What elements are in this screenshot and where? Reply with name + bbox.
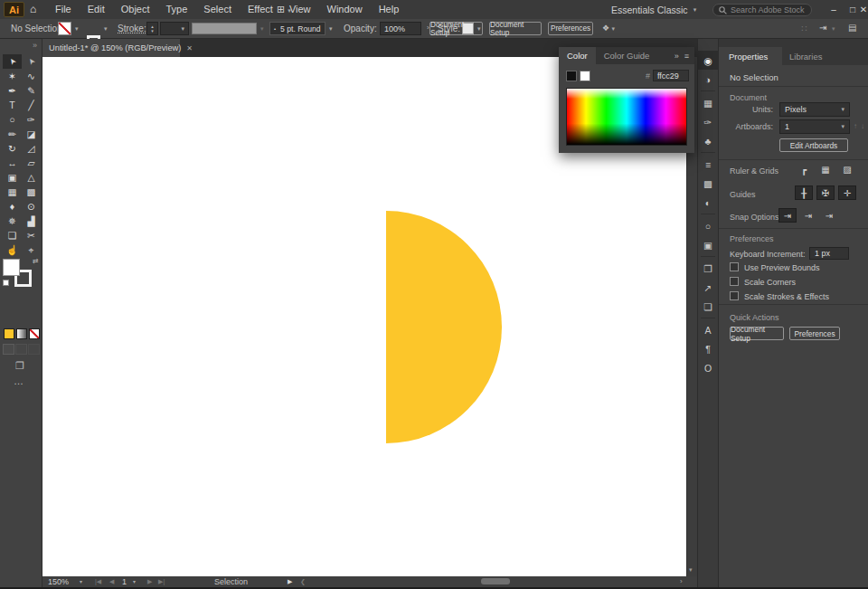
search-adobe-stock-input[interactable]: Search Adobe Stock — [712, 4, 812, 16]
hand-tool[interactable]: ☝ — [3, 242, 22, 257]
paintbrush-tool[interactable]: ✑ — [22, 112, 41, 127]
scale-corners-checkbox[interactable] — [730, 277, 739, 286]
panel-expand-icon[interactable]: » — [675, 52, 679, 61]
draw-inside-button[interactable] — [28, 344, 40, 355]
rotate-tool[interactable]: ↻ — [3, 141, 22, 156]
document-setup-button[interactable]: Document Setup — [489, 22, 542, 35]
artboards-dropdown[interactable]: 1 ▾ — [779, 119, 850, 134]
pen-tool[interactable]: ✒ — [3, 83, 22, 98]
show-grid-icon[interactable]: ▦ — [816, 162, 835, 176]
gradient-tool[interactable]: ▩ — [22, 185, 41, 199]
stroke-panel-icon[interactable]: ≡ — [697, 155, 719, 174]
line-segment-tool[interactable]: ╱ — [22, 98, 41, 112]
gradient-mode-button[interactable] — [16, 328, 27, 339]
symbol-sprayer-tool[interactable]: ✵ — [3, 214, 22, 228]
lasso-tool[interactable]: ∿ — [22, 69, 41, 83]
units-dropdown[interactable]: Pixels ▾ — [779, 102, 850, 117]
stroke-weight-dropdown[interactable]: ▾ — [160, 22, 189, 35]
fill-proxy[interactable] — [3, 259, 20, 276]
semicircle-shape[interactable] — [386, 211, 502, 443]
artboard-tool[interactable]: ❏ — [3, 228, 22, 242]
minimize-button[interactable]: – — [826, 0, 841, 19]
blend-tool[interactable]: ⊙ — [22, 199, 41, 214]
opentype-panel-icon[interactable]: O — [697, 358, 719, 377]
chevron-down-icon[interactable]: ▾ — [832, 25, 835, 33]
swap-fill-stroke-icon[interactable]: ⇄ — [33, 257, 39, 265]
asset-export-panel-icon[interactable]: ❏ — [697, 297, 719, 316]
fill-color-control[interactable] — [58, 22, 71, 35]
tab-color-guide[interactable]: Color Guide — [596, 51, 658, 61]
shaper-tool[interactable]: ✏ — [3, 127, 22, 141]
default-fill-stroke-icon[interactable] — [3, 280, 9, 286]
edit-toolbar-icon[interactable]: … — [14, 375, 24, 386]
shape-builder-tool[interactable]: ▣ — [3, 170, 22, 185]
artboards-panel-icon[interactable]: ↗ — [697, 278, 719, 297]
snap-to-point-icon[interactable]: ⇥ — [799, 208, 817, 223]
transparency-panel-icon[interactable]: ◐ — [697, 193, 719, 212]
snap-to-pixel-icon[interactable]: ⇥ — [820, 208, 838, 223]
zoom-tool[interactable]: ⌖ — [22, 242, 41, 257]
artboard-chevron-icon[interactable]: ▾ — [133, 576, 136, 587]
draw-normal-button[interactable] — [3, 344, 14, 355]
toolbar-expand-icon[interactable]: » — [33, 41, 37, 50]
color-guide-panel-icon[interactable]: ◑ — [697, 70, 719, 89]
character-panel-icon[interactable]: A — [697, 320, 719, 339]
menu-effect[interactable]: Effect — [240, 0, 281, 19]
curvature-tool[interactable]: ✎ — [22, 83, 41, 98]
direct-selection-tool[interactable]: ➤ — [22, 54, 41, 69]
home-icon[interactable]: ⌂ — [30, 3, 36, 15]
tab-libraries[interactable]: Libraries — [789, 47, 822, 65]
magic-wand-tool[interactable]: ✶ — [3, 69, 22, 83]
menu-edit[interactable]: Edit — [80, 0, 113, 19]
slice-tool[interactable]: ✂ — [22, 228, 41, 242]
color-mode-button[interactable] — [4, 328, 14, 339]
snap-to-pixel-icon[interactable]: ⇥ — [819, 23, 826, 33]
mesh-tool[interactable]: ▦ — [3, 185, 22, 199]
menu-type[interactable]: Type — [158, 0, 196, 19]
none-mode-button[interactable] — [29, 328, 40, 339]
brushes-panel-icon[interactable]: ✑ — [697, 112, 719, 131]
gradient-panel-icon[interactable]: ▩ — [697, 174, 719, 193]
color-panel-icon[interactable]: ◉ — [697, 51, 719, 70]
color-spectrum[interactable] — [566, 88, 687, 146]
close-tab-icon[interactable]: ✕ — [186, 44, 193, 52]
type-tool[interactable]: T — [3, 98, 22, 112]
appearance-panel-icon[interactable]: ○ — [697, 216, 719, 235]
eyedropper-tool[interactable]: ♦ — [3, 199, 22, 214]
color-stroke-proxy[interactable] — [580, 71, 590, 81]
color-fill-proxy[interactable] — [566, 71, 577, 81]
chevron-down-icon[interactable]: ▾ — [75, 25, 79, 33]
edit-artboards-button[interactable]: Edit Artboards — [779, 138, 848, 152]
workspace-switcher[interactable]: Essentials Classic ▾ — [611, 0, 696, 19]
brush-definition-dropdown[interactable]: • 5 pt. Round — [269, 22, 326, 35]
artboard-number[interactable]: 1 — [122, 576, 127, 587]
menu-file[interactable]: File — [47, 0, 80, 19]
show-guides-icon[interactable]: ╂ — [795, 185, 813, 200]
paragraph-panel-icon[interactable]: ¶ — [697, 339, 719, 358]
opacity-label[interactable]: Opacity: — [344, 19, 377, 39]
close-button[interactable]: ✕ — [856, 0, 868, 19]
chevron-down-icon[interactable]: ▾ — [329, 25, 333, 33]
use-preview-bounds-checkbox[interactable] — [730, 262, 739, 271]
status-back-icon[interactable]: ❮ — [300, 576, 306, 587]
quick-preferences-button[interactable]: Preferences — [789, 327, 840, 340]
arrange-documents-icon[interactable]: ⊞ ▾ — [277, 4, 291, 15]
screen-mode-icon[interactable]: ❐ — [11, 359, 29, 372]
status-play-icon[interactable]: ▶ — [288, 576, 292, 587]
column-graph-tool[interactable]: ▟ — [22, 214, 41, 228]
panel-list-icon[interactable]: ▤ — [848, 23, 856, 33]
free-transform-tool[interactable]: ▱ — [22, 156, 41, 170]
menu-object[interactable]: Object — [113, 0, 158, 19]
draw-behind-button[interactable] — [15, 344, 27, 355]
menu-window[interactable]: Window — [319, 0, 371, 19]
eraser-tool[interactable]: ◪ — [22, 127, 41, 141]
scroll-down-icon[interactable]: ▾ — [689, 566, 693, 574]
scale-tool[interactable]: ◿ — [22, 141, 41, 156]
tab-color[interactable]: Color — [559, 47, 596, 64]
zoom-level[interactable]: 150% — [48, 576, 69, 587]
swatches-panel-icon[interactable]: ▦ — [697, 93, 719, 112]
snap-to-grid-icon[interactable]: ⇥ — [778, 208, 797, 223]
perspective-grid-tool[interactable]: △ — [22, 170, 41, 185]
stroke-weight-label[interactable]: Stroke: — [118, 19, 146, 39]
quick-document-setup-button[interactable]: Document Setup — [730, 327, 784, 340]
